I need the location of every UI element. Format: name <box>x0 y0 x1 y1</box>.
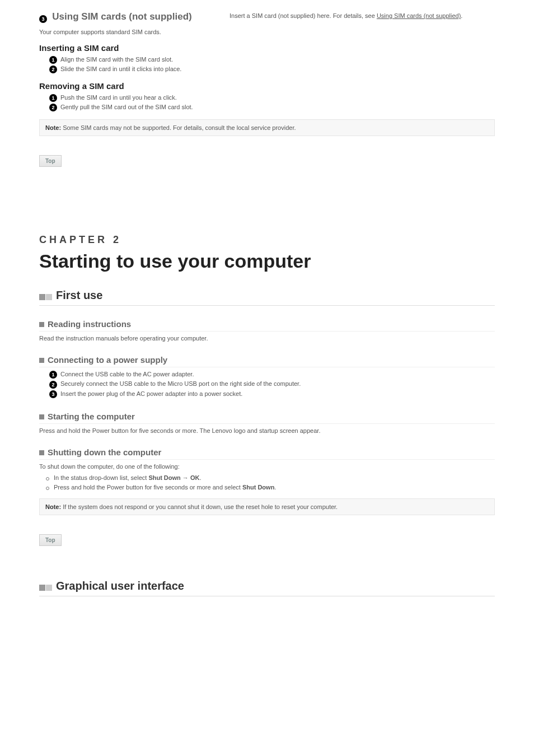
step-text: Push the SIM card in until you hear a cl… <box>60 94 177 101</box>
starting-h-text: Starting the computer <box>48 412 135 421</box>
list-item: 1Push the SIM card in until you hear a c… <box>49 94 495 102</box>
step-badge: 2 <box>49 381 57 389</box>
note-text: Some SIM cards may not be supported. For… <box>61 124 296 131</box>
list-item: 3Insert the power plug of the AC power a… <box>49 390 495 398</box>
step-text: Connect the USB cable to the AC power ad… <box>60 371 194 377</box>
list-item: Press and hold the Power button for five… <box>54 484 495 491</box>
remove-steps: 1Push the SIM card in until you hear a c… <box>39 94 495 111</box>
step-text: Insert the power plug of the AC power ad… <box>60 390 242 397</box>
connecting-heading: Connecting to a power supply <box>39 355 495 367</box>
bullet-post: . <box>274 484 276 491</box>
top-right-prefix: Insert a SIM card (not supplied) here. F… <box>229 12 377 19</box>
gui-heading: Graphical user interface <box>39 580 495 596</box>
step-text: Align the SIM card with the SIM card slo… <box>60 56 173 63</box>
bullet-post: . <box>199 474 201 481</box>
bullet-mid: → <box>181 474 190 481</box>
bullet-b1: Shut Down <box>148 474 180 481</box>
bullet-pre: In the status drop-down list, select <box>54 474 148 481</box>
reading-heading: Reading instructions <box>39 319 495 332</box>
list-item: 2Securely connect the USB cable to the M… <box>49 380 495 388</box>
note-box-reset: Note: If the system does not respond or … <box>39 498 495 515</box>
bullet-icon <box>39 450 44 455</box>
list-item: In the status drop-down list, select Shu… <box>54 474 495 481</box>
note-label: Note: <box>45 503 61 510</box>
shutting-text: To shut down the computer, do one of the… <box>39 463 495 470</box>
step-badge: 3 <box>49 390 57 398</box>
shutting-heading: Shutting down the computer <box>39 447 495 460</box>
list-item: 1Align the SIM card with the SIM card sl… <box>49 56 495 64</box>
note-box-sim: Note: Some SIM cards may not be supporte… <box>39 119 495 136</box>
top-row: 3 Using SIM cards (not supplied) Insert … <box>39 11 495 23</box>
supports-text: Your computer supports standard SIM card… <box>39 29 495 35</box>
top-right-text: Insert a SIM card (not supplied) here. F… <box>229 12 462 19</box>
step-badge: 2 <box>49 104 57 111</box>
starting-heading: Starting the computer <box>39 412 495 424</box>
top-button[interactable]: Top <box>39 155 62 167</box>
bullet-pre: Press and hold the Power button for five… <box>54 484 242 491</box>
step-badge: 2 <box>49 66 57 73</box>
bullet-icon <box>39 414 44 419</box>
section-icon <box>39 290 53 303</box>
shutting-h-text: Shutting down the computer <box>48 447 161 457</box>
shutdown-options: In the status drop-down list, select Shu… <box>54 474 495 491</box>
reading-h-text: Reading instructions <box>48 319 131 329</box>
first-use-text: First use <box>56 289 102 301</box>
step-text: Slide the SIM card in until it clicks in… <box>60 66 181 72</box>
gui-text: Graphical user interface <box>56 580 184 592</box>
chapter-label: CHAPTER 2 <box>39 234 495 246</box>
removing-heading: Removing a SIM card <box>39 81 495 91</box>
top-button[interactable]: Top <box>39 534 62 546</box>
list-item: 2Gently pull the SIM card out of the SIM… <box>49 104 495 111</box>
connecting-h-text: Connecting to a power supply <box>48 355 167 365</box>
starting-text: Press and hold the Power button for five… <box>39 427 495 434</box>
step-badge: 1 <box>49 371 57 379</box>
bullet-b1: Shut Down <box>242 484 274 491</box>
sim-link[interactable]: Using SIM cards (not supplied) <box>377 12 461 19</box>
insert-steps: 1Align the SIM card with the SIM card sl… <box>39 56 495 73</box>
overlap-title: Using SIM cards (not supplied) <box>52 11 191 22</box>
note-label: Note: <box>45 124 61 131</box>
list-item: 2Slide the SIM card in until it clicks i… <box>49 66 495 73</box>
connecting-steps: 1Connect the USB cable to the AC power a… <box>39 371 495 398</box>
bullet-icon <box>39 322 44 327</box>
step-badge-3: 3 <box>39 15 47 23</box>
section-icon <box>39 581 53 594</box>
chapter-title: Starting to use your computer <box>39 250 495 272</box>
inserting-heading: Inserting a SIM card <box>39 43 495 53</box>
first-use-heading: First use <box>39 289 495 306</box>
step-text: Gently pull the SIM card out of the SIM … <box>60 104 193 110</box>
step-text: Securely connect the USB cable to the Mi… <box>60 380 301 387</box>
bullet-icon <box>39 358 44 363</box>
bullet-b2: OK <box>190 474 200 481</box>
step-badge: 1 <box>49 94 57 102</box>
reading-text: Read the instruction manuals before oper… <box>39 335 495 342</box>
step-badge: 1 <box>49 56 57 64</box>
note-text: If the system does not respond or you ca… <box>61 503 338 510</box>
top-right-suffix: . <box>461 12 462 19</box>
list-item: 1Connect the USB cable to the AC power a… <box>49 371 495 379</box>
